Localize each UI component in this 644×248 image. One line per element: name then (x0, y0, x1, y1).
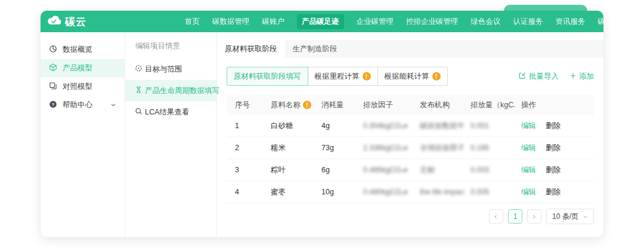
materials-table: 序号 原料名称 ! 消耗量 排放因子 发布机构 排放量（kgC... 操作 1 … (227, 95, 594, 203)
import-icon (518, 72, 527, 82)
page-number-1[interactable]: 1 (508, 209, 522, 224)
button-label: 根据能耗计算 (385, 72, 429, 82)
header-consumption: 消耗量 (315, 100, 357, 110)
cell-operations: 编辑 删除 (515, 187, 594, 197)
chevron-down-icon[interactable] (110, 101, 116, 110)
cell-publisher-blurred: 全球排放因子库 (414, 143, 465, 153)
app-window: 碳云 首页 碳数据管理 碳账户 产品碳足迹 企业碳管理 控排企业碳管理 绿色会议… (41, 11, 603, 237)
cell-publisher-blurred: 文献 (414, 165, 465, 175)
table-row: 2 糯米 73g 2.336kgCO₂e 全球排放因子库 0.165 编辑 删除 (227, 137, 594, 159)
cell-emission-factor-blurred: 2.336kgCO₂e (357, 144, 414, 152)
add-button[interactable]: 添加 (569, 72, 594, 82)
menu-item-lca-result[interactable]: LCA结果查看 (125, 101, 216, 123)
header-material-name: 原料名称 ! (265, 100, 315, 110)
edit-link[interactable]: 编辑 (521, 121, 536, 131)
sidebar-item-compare-model[interactable]: 对照模型 (41, 78, 125, 96)
page-size-value: 10 条/页 (552, 212, 578, 222)
cell-operations: 编辑 删除 (515, 121, 594, 131)
plus-icon (569, 72, 577, 81)
help-circle-icon: ? (49, 100, 57, 110)
edit-link[interactable]: 编辑 (521, 165, 536, 175)
delete-link[interactable]: 删除 (546, 165, 561, 175)
menu-item-label: 目标与范围 (145, 64, 182, 75)
sidebar-item-product-model[interactable]: 产品模型 (41, 59, 125, 78)
cell-consumption: 6g (315, 166, 357, 174)
raw-material-fill-button[interactable]: 原材料获取阶段填写 (227, 67, 308, 86)
top-navbar: 碳云 首页 碳数据管理 碳账户 产品碳足迹 企业碳管理 控排企业碳管理 绿色会议… (41, 11, 603, 32)
cell-emission-factor-blurred: 0.480kgCO₂e (357, 188, 414, 196)
nav-item-enterprise-carbon[interactable]: 企业碳管理 (357, 17, 394, 27)
header-emission-amount: 排放量（kgC... (465, 100, 515, 110)
warning-icon: ! (303, 101, 311, 109)
delete-link[interactable]: 删除 (546, 121, 561, 131)
nav-item-home[interactable]: 首页 (185, 17, 200, 27)
lifecycle-icon (135, 86, 143, 95)
main-sidebar: 数据概览 产品模型 对照模型 ? 帮助中心 (41, 32, 125, 237)
prev-page-button[interactable] (489, 209, 503, 224)
brand-name: 碳云 (65, 15, 86, 29)
tab-raw-material-stage[interactable]: 原材料获取阶段 (217, 40, 285, 58)
project-menu-title: 编辑项目情景 (125, 41, 216, 51)
edit-link[interactable]: 编辑 (521, 143, 536, 153)
nav-item-carbon-neutral[interactable]: 碳中和 (598, 17, 604, 27)
calc-mode-button-group: 原材料获取阶段填写 根据里程计算 ! 根据能耗计算 ! (227, 67, 448, 86)
cell-emission-factor-blurred: 0.485kgCO₂e (357, 166, 414, 174)
sidebar-item-label: 产品模型 (63, 63, 92, 73)
sidebar-item-label: 帮助中心 (63, 100, 92, 110)
main-content: 原材料获取阶段 生产制造阶段 原材料获取阶段填写 根据里程计算 ! 根据能耗计算… (217, 32, 603, 237)
toolbar: 原材料获取阶段填写 根据里程计算 ! 根据能耗计算 ! 批量导入 (227, 67, 594, 86)
add-label: 添加 (579, 72, 594, 82)
cell-publisher-blurred: 碳排放数据中心 (414, 121, 465, 131)
nav-item-certification[interactable]: 认证服务 (513, 17, 543, 27)
nav-item-carbon-data[interactable]: 碳数据管理 (212, 17, 250, 27)
batch-import-button[interactable]: 批量导入 (518, 72, 559, 82)
pie-chart-icon (49, 45, 57, 55)
cell-publisher-blurred: the life impact (414, 188, 465, 196)
nav-item-controlled-enterprise[interactable]: 控排企业碳管理 (406, 17, 459, 27)
header-publisher: 发布机构 (414, 100, 465, 110)
nav-item-product-footprint[interactable]: 产品碳足迹 (297, 14, 344, 29)
app-body: 数据概览 产品模型 对照模型 ? 帮助中心 编辑项目情景 目标与范围 (41, 32, 603, 237)
warning-icon: ! (432, 72, 441, 80)
cell-material-name: 蜜枣 (265, 187, 315, 197)
menu-item-label: LCA结果查看 (145, 107, 189, 117)
header-emission-factor: 排放因子 (357, 100, 414, 110)
nav-item-green-meeting[interactable]: 绿色会议 (471, 17, 501, 27)
cell-emission-amount-blurred: 0.005 (465, 188, 515, 196)
page-size-select[interactable]: 10 条/页 (546, 209, 594, 224)
chevron-left-icon (493, 211, 499, 222)
sidebar-item-data-overview[interactable]: 数据概览 (41, 41, 125, 59)
magnifier-icon (135, 107, 143, 117)
menu-item-goal-scope[interactable]: 目标与范围 (125, 58, 216, 80)
cell-emission-amount-blurred: 0.003 (465, 166, 515, 174)
cell-material-name: 粽叶 (265, 165, 315, 175)
target-icon (135, 64, 143, 74)
energy-calc-button[interactable]: 根据能耗计算 ! (377, 67, 448, 86)
cell-operations: 编辑 删除 (515, 165, 594, 175)
cell-emission-amount-blurred: 0.001 (465, 122, 515, 130)
cell-index: 4 (227, 188, 265, 196)
tab-production-stage[interactable]: 生产制造阶段 (285, 40, 345, 58)
sidebar-item-label: 对照模型 (63, 82, 92, 92)
copy-icon (49, 82, 57, 92)
pagination: 1 10 条/页 (227, 209, 594, 224)
table-row: 4 蜜枣 10g 0.480kgCO₂e the life impact 0.0… (227, 181, 594, 203)
sidebar-item-help-center[interactable]: ? 帮助中心 (41, 96, 125, 114)
nav-item-news-service[interactable]: 资讯服务 (556, 17, 586, 27)
mileage-calc-button[interactable]: 根据里程计算 ! (308, 67, 378, 86)
cell-emission-amount-blurred: 0.165 (465, 144, 515, 152)
cell-material-name: 白砂糖 (265, 121, 315, 131)
nav-item-carbon-account[interactable]: 碳账户 (262, 17, 285, 27)
cell-material-name: 糯米 (265, 143, 315, 153)
header-index: 序号 (227, 100, 265, 110)
cloud-logo-icon (47, 15, 62, 28)
brand-logo[interactable]: 碳云 (47, 15, 185, 29)
menu-item-lifecycle-data[interactable]: 产品生命周期数据填写 (125, 80, 216, 101)
delete-link[interactable]: 删除 (546, 143, 561, 153)
cube-icon (49, 63, 57, 73)
edit-link[interactable]: 编辑 (521, 187, 536, 197)
next-page-button[interactable] (527, 209, 541, 224)
project-menu: 编辑项目情景 目标与范围 产品生命周期数据填写 LCA结果查看 (125, 32, 217, 237)
warning-icon: ! (363, 72, 371, 80)
delete-link[interactable]: 删除 (546, 187, 561, 197)
